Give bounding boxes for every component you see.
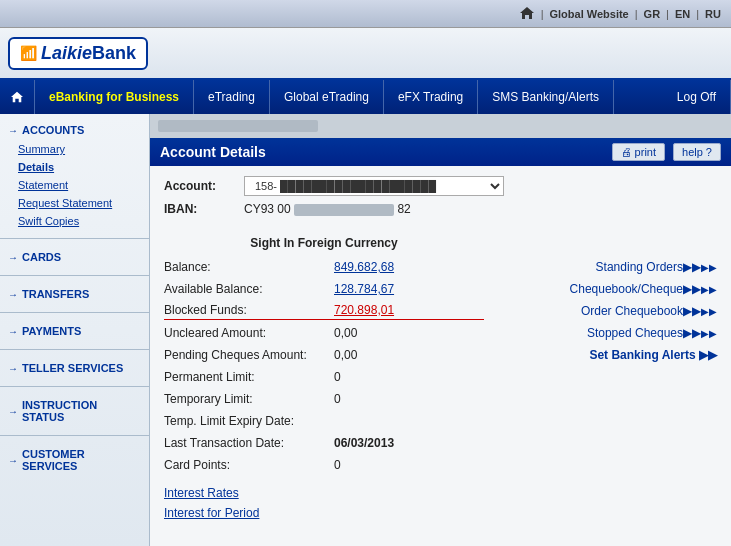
balance-value[interactable]: 849.682,68 — [334, 260, 394, 274]
nav-bar: eBanking for Business eTrading Global eT… — [0, 80, 731, 114]
logo-text: LaikieBank — [41, 43, 136, 64]
nav-sms[interactable]: SMS Banking/Alerts — [478, 80, 614, 114]
help-button[interactable]: help ? — [673, 143, 721, 161]
sidebar-section-teller-title[interactable]: TELLER SERVICES — [0, 358, 149, 378]
top-sep2: | — [666, 8, 669, 20]
available-value[interactable]: 128.784,67 — [334, 282, 394, 296]
logo-wifi-icon: 📶 — [20, 45, 37, 61]
print-button[interactable]: 🖨 print — [612, 143, 665, 161]
main-layout: ACCOUNTS Summary Details Statement Reque… — [0, 114, 731, 546]
temp-label: Temporary Limit: — [164, 392, 334, 406]
sidebar-section-transfers-title[interactable]: TRANSFERS — [0, 284, 149, 304]
sidebar-item-details[interactable]: Details — [0, 158, 149, 176]
account-row: Account: 158- ████████████████████ — [164, 176, 717, 196]
nav-etrading[interactable]: eTrading — [194, 80, 270, 114]
detail-row-balance: Balance: 849.682,68 — [164, 258, 484, 276]
sidebar-section-accounts-title[interactable]: ACCOUNTS — [0, 120, 149, 140]
order-chequebook-link[interactable]: Order Chequebook▶▶ — [504, 304, 717, 318]
sidebar-item-swift-copies[interactable]: Swift Copies — [0, 212, 149, 230]
sidebar-section-customer-title[interactable]: CUSTOMER SERVICES — [0, 444, 149, 476]
chequebook-link[interactable]: Chequebook/Cheque▶▶ — [504, 282, 717, 296]
balance-label: Balance: — [164, 260, 334, 274]
last-tx-value: 06/03/2013 — [334, 436, 394, 450]
header: 📶 LaikieBank — [0, 28, 731, 80]
sidebar-item-request-statement[interactable]: Request Statement — [0, 194, 149, 212]
top-sep1: | — [635, 8, 638, 20]
detail-row-uncleared: Uncleared Amount: 0,00 — [164, 324, 484, 342]
top-bar: | Global Website | GR | EN | RU — [0, 0, 731, 28]
account-field-label: Account: — [164, 179, 234, 193]
right-column: Standing Orders▶▶ Chequebook/Cheque▶▶ Or… — [484, 232, 717, 526]
nav-logoff[interactable]: Log Off — [663, 80, 731, 114]
detail-row-last-tx: Last Transaction Date: 06/03/2013 — [164, 434, 484, 452]
top-sep3: | — [696, 8, 699, 20]
bottom-links: Interest Rates Interest for Period — [164, 486, 484, 520]
uncleared-value: 0,00 — [334, 326, 357, 340]
breadcrumb-blurred — [158, 120, 318, 132]
breadcrumb-bar — [150, 114, 731, 138]
interest-period-link[interactable]: Interest for Period — [164, 506, 484, 520]
details-area: Sight In Foreign Currency Balance: 849.6… — [150, 232, 731, 534]
standing-orders-link[interactable]: Standing Orders▶▶ — [504, 260, 717, 274]
set-banking-alerts-link[interactable]: Set Banking Alerts ▶▶ — [504, 348, 717, 362]
nav-home-button[interactable] — [0, 80, 35, 114]
account-select[interactable]: 158- ████████████████████ — [244, 176, 504, 196]
lang-ru[interactable]: RU — [705, 8, 721, 20]
printer-icon: 🖨 — [621, 146, 632, 158]
sidebar-section-teller: TELLER SERVICES — [0, 352, 149, 384]
temp-value: 0 — [334, 392, 341, 406]
available-label: Available Balance: — [164, 282, 334, 296]
sidebar-section-customer: CUSTOMER SERVICES — [0, 438, 149, 482]
blocked-label: Blocked Funds: — [164, 303, 334, 317]
logo-box: 📶 LaikieBank — [8, 37, 148, 70]
header-actions: 🖨 print help ? — [612, 143, 721, 161]
nav-ebanking[interactable]: eBanking for Business — [35, 80, 194, 114]
home-icon[interactable] — [519, 6, 535, 22]
card-points-value: 0 — [334, 458, 341, 472]
sidebar-item-statement[interactable]: Statement — [0, 176, 149, 194]
sidebar-section-cards: CARDS — [0, 241, 149, 273]
top-sep0: | — [541, 8, 544, 20]
account-form: Account: 158- ████████████████████ IBAN:… — [150, 166, 731, 232]
nav-efx[interactable]: eFX Trading — [384, 80, 478, 114]
content-area: Account Details 🖨 print help ? Account: … — [150, 114, 731, 546]
lang-en[interactable]: EN — [675, 8, 690, 20]
uncleared-label: Uncleared Amount: — [164, 326, 334, 340]
card-points-label: Card Points: — [164, 458, 334, 472]
sidebar-section-instruction: INSTRUCTION STATUS — [0, 389, 149, 433]
sidebar-section-cards-title[interactable]: CARDS — [0, 247, 149, 267]
expiry-label: Temp. Limit Expiry Date: — [164, 414, 334, 428]
pending-label: Pending Cheques Amount: — [164, 348, 334, 362]
iban-value: CY93 00 82 — [244, 202, 411, 216]
permanent-value: 0 — [334, 370, 341, 384]
detail-row-available: Available Balance: 128.784,67 — [164, 280, 484, 298]
account-type-title: Sight In Foreign Currency — [164, 232, 484, 258]
page-title: Account Details — [160, 144, 266, 160]
detail-row-card-points: Card Points: 0 — [164, 456, 484, 474]
global-website-link[interactable]: Global Website — [549, 8, 628, 20]
interest-rates-link[interactable]: Interest Rates — [164, 486, 484, 500]
iban-row: IBAN: CY93 00 82 — [164, 202, 717, 216]
detail-row-temp: Temporary Limit: 0 — [164, 390, 484, 408]
top-bar-links: | Global Website | GR | EN | RU — [519, 6, 721, 22]
nav-global-etrading[interactable]: Global eTrading — [270, 80, 384, 114]
sidebar-item-summary[interactable]: Summary — [0, 140, 149, 158]
pending-value: 0,00 — [334, 348, 357, 362]
stopped-cheques-link[interactable]: Stopped Cheques▶▶ — [504, 326, 717, 340]
sidebar-section-payments-title[interactable]: PAYMENTS — [0, 321, 149, 341]
detail-row-permanent: Permanent Limit: 0 — [164, 368, 484, 386]
account-details-header: Account Details 🖨 print help ? — [150, 138, 731, 166]
detail-row-expiry: Temp. Limit Expiry Date: — [164, 412, 484, 430]
left-column: Sight In Foreign Currency Balance: 849.6… — [164, 232, 484, 526]
svg-marker-1 — [11, 92, 23, 102]
sidebar-section-instruction-title[interactable]: INSTRUCTION STATUS — [0, 395, 149, 427]
detail-row-blocked: Blocked Funds: 720.898,01 — [164, 302, 484, 320]
svg-marker-0 — [520, 7, 534, 19]
iban-blurred-middle — [294, 204, 394, 216]
detail-row-pending: Pending Cheques Amount: 0,00 — [164, 346, 484, 364]
blocked-value[interactable]: 720.898,01 — [334, 303, 394, 317]
lang-gr[interactable]: GR — [644, 8, 661, 20]
sidebar-section-accounts: ACCOUNTS Summary Details Statement Reque… — [0, 114, 149, 236]
iban-label: IBAN: — [164, 202, 234, 216]
permanent-label: Permanent Limit: — [164, 370, 334, 384]
